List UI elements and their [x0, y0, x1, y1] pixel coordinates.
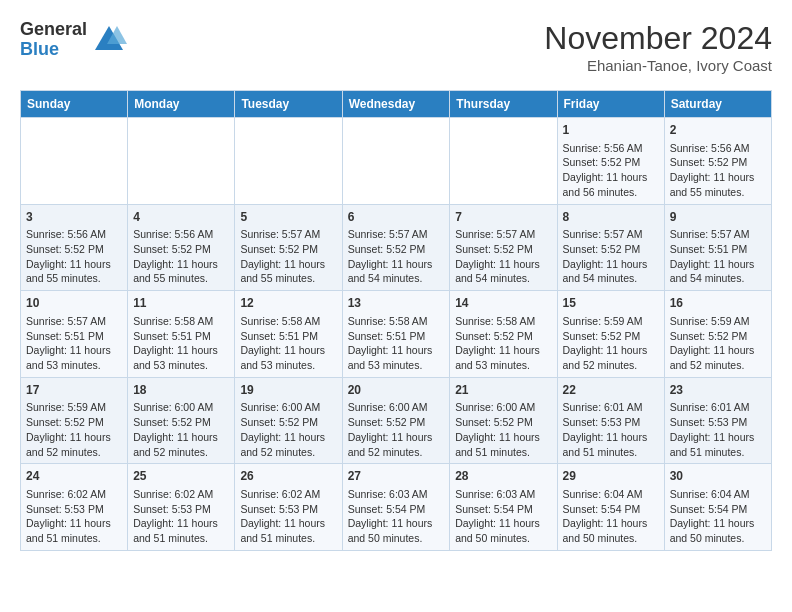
- calendar-day-cell: 24Sunrise: 6:02 AMSunset: 5:53 PMDayligh…: [21, 464, 128, 551]
- calendar-day-cell: 22Sunrise: 6:01 AMSunset: 5:53 PMDayligh…: [557, 377, 664, 464]
- sunrise-info: Sunrise: 6:00 AM: [240, 401, 320, 413]
- daylight-label: Daylight: 11 hours: [563, 171, 648, 183]
- sunrise-info: Sunrise: 5:57 AM: [348, 228, 428, 240]
- calendar-day-cell: 4Sunrise: 5:56 AMSunset: 5:52 PMDaylight…: [128, 204, 235, 291]
- daylight-value: and 51 minutes.: [455, 446, 530, 458]
- calendar-day-cell: [342, 118, 450, 205]
- sunrise-info: Sunrise: 5:58 AM: [455, 315, 535, 327]
- calendar-day-cell: [128, 118, 235, 205]
- weekday-header-cell: Sunday: [21, 91, 128, 118]
- day-number: 24: [26, 468, 122, 485]
- calendar-day-cell: 28Sunrise: 6:03 AMSunset: 5:54 PMDayligh…: [450, 464, 557, 551]
- daylight-value: and 55 minutes.: [26, 272, 101, 284]
- sunrise-info: Sunrise: 5:58 AM: [348, 315, 428, 327]
- daylight-value: and 52 minutes.: [240, 446, 315, 458]
- sunrise-info: Sunrise: 5:56 AM: [26, 228, 106, 240]
- daylight-label: Daylight: 11 hours: [26, 431, 111, 443]
- sunset-info: Sunset: 5:52 PM: [670, 156, 748, 168]
- sunrise-info: Sunrise: 6:03 AM: [348, 488, 428, 500]
- sunset-info: Sunset: 5:54 PM: [563, 503, 641, 515]
- sunset-info: Sunset: 5:53 PM: [563, 416, 641, 428]
- sunrise-info: Sunrise: 6:01 AM: [563, 401, 643, 413]
- sunset-info: Sunset: 5:51 PM: [348, 330, 426, 342]
- calendar-day-cell: 10Sunrise: 5:57 AMSunset: 5:51 PMDayligh…: [21, 291, 128, 378]
- sunrise-info: Sunrise: 6:03 AM: [455, 488, 535, 500]
- day-number: 27: [348, 468, 445, 485]
- sunrise-info: Sunrise: 6:00 AM: [455, 401, 535, 413]
- sunrise-info: Sunrise: 6:02 AM: [240, 488, 320, 500]
- sunset-info: Sunset: 5:52 PM: [240, 243, 318, 255]
- sunset-info: Sunset: 5:51 PM: [240, 330, 318, 342]
- calendar-day-cell: 14Sunrise: 5:58 AMSunset: 5:52 PMDayligh…: [450, 291, 557, 378]
- daylight-value: and 54 minutes.: [348, 272, 423, 284]
- sunset-info: Sunset: 5:52 PM: [563, 330, 641, 342]
- daylight-label: Daylight: 11 hours: [133, 431, 218, 443]
- daylight-value: and 52 minutes.: [563, 359, 638, 371]
- sunset-info: Sunset: 5:54 PM: [348, 503, 426, 515]
- calendar-day-cell: 27Sunrise: 6:03 AMSunset: 5:54 PMDayligh…: [342, 464, 450, 551]
- daylight-value: and 50 minutes.: [348, 532, 423, 544]
- weekday-header-cell: Saturday: [664, 91, 771, 118]
- daylight-label: Daylight: 11 hours: [563, 431, 648, 443]
- sunrise-info: Sunrise: 6:04 AM: [670, 488, 750, 500]
- calendar-day-cell: 21Sunrise: 6:00 AMSunset: 5:52 PMDayligh…: [450, 377, 557, 464]
- day-number: 5: [240, 209, 336, 226]
- sunset-info: Sunset: 5:52 PM: [455, 330, 533, 342]
- sunrise-info: Sunrise: 5:59 AM: [563, 315, 643, 327]
- sunset-info: Sunset: 5:52 PM: [348, 243, 426, 255]
- day-number: 11: [133, 295, 229, 312]
- daylight-label: Daylight: 11 hours: [348, 431, 433, 443]
- day-number: 8: [563, 209, 659, 226]
- day-number: 3: [26, 209, 122, 226]
- daylight-label: Daylight: 11 hours: [26, 517, 111, 529]
- sunset-info: Sunset: 5:51 PM: [133, 330, 211, 342]
- daylight-label: Daylight: 11 hours: [670, 258, 755, 270]
- day-number: 25: [133, 468, 229, 485]
- daylight-label: Daylight: 11 hours: [670, 517, 755, 529]
- daylight-value: and 53 minutes.: [455, 359, 530, 371]
- sunset-info: Sunset: 5:53 PM: [240, 503, 318, 515]
- day-number: 30: [670, 468, 766, 485]
- daylight-value: and 52 minutes.: [133, 446, 208, 458]
- calendar-day-cell: 3Sunrise: 5:56 AMSunset: 5:52 PMDaylight…: [21, 204, 128, 291]
- daylight-value: and 50 minutes.: [455, 532, 530, 544]
- sunrise-info: Sunrise: 5:58 AM: [240, 315, 320, 327]
- calendar-table: SundayMondayTuesdayWednesdayThursdayFrid…: [20, 90, 772, 551]
- calendar-week-row: 17Sunrise: 5:59 AMSunset: 5:52 PMDayligh…: [21, 377, 772, 464]
- day-number: 20: [348, 382, 445, 399]
- weekday-header-cell: Friday: [557, 91, 664, 118]
- daylight-label: Daylight: 11 hours: [563, 517, 648, 529]
- daylight-value: and 54 minutes.: [670, 272, 745, 284]
- sunset-info: Sunset: 5:54 PM: [670, 503, 748, 515]
- sunset-info: Sunset: 5:52 PM: [455, 416, 533, 428]
- day-number: 19: [240, 382, 336, 399]
- calendar-day-cell: 7Sunrise: 5:57 AMSunset: 5:52 PMDaylight…: [450, 204, 557, 291]
- sunrise-info: Sunrise: 5:56 AM: [670, 142, 750, 154]
- logo: General Blue: [20, 20, 127, 60]
- calendar-week-row: 24Sunrise: 6:02 AMSunset: 5:53 PMDayligh…: [21, 464, 772, 551]
- sunrise-info: Sunrise: 6:02 AM: [26, 488, 106, 500]
- sunset-info: Sunset: 5:53 PM: [670, 416, 748, 428]
- calendar-day-cell: 18Sunrise: 6:00 AMSunset: 5:52 PMDayligh…: [128, 377, 235, 464]
- sunrise-info: Sunrise: 6:04 AM: [563, 488, 643, 500]
- calendar-day-cell: 9Sunrise: 5:57 AMSunset: 5:51 PMDaylight…: [664, 204, 771, 291]
- sunrise-info: Sunrise: 5:57 AM: [670, 228, 750, 240]
- sunset-info: Sunset: 5:52 PM: [348, 416, 426, 428]
- calendar-day-cell: 1Sunrise: 5:56 AMSunset: 5:52 PMDaylight…: [557, 118, 664, 205]
- day-number: 14: [455, 295, 551, 312]
- calendar-day-cell: 30Sunrise: 6:04 AMSunset: 5:54 PMDayligh…: [664, 464, 771, 551]
- day-number: 28: [455, 468, 551, 485]
- calendar-week-row: 3Sunrise: 5:56 AMSunset: 5:52 PMDaylight…: [21, 204, 772, 291]
- day-number: 15: [563, 295, 659, 312]
- calendar-day-cell: 15Sunrise: 5:59 AMSunset: 5:52 PMDayligh…: [557, 291, 664, 378]
- daylight-label: Daylight: 11 hours: [563, 258, 648, 270]
- day-number: 17: [26, 382, 122, 399]
- calendar-week-row: 1Sunrise: 5:56 AMSunset: 5:52 PMDaylight…: [21, 118, 772, 205]
- daylight-label: Daylight: 11 hours: [240, 517, 325, 529]
- daylight-label: Daylight: 11 hours: [133, 344, 218, 356]
- daylight-label: Daylight: 11 hours: [348, 517, 433, 529]
- daylight-value: and 50 minutes.: [563, 532, 638, 544]
- daylight-value: and 53 minutes.: [240, 359, 315, 371]
- weekday-header-cell: Monday: [128, 91, 235, 118]
- calendar-day-cell: 8Sunrise: 5:57 AMSunset: 5:52 PMDaylight…: [557, 204, 664, 291]
